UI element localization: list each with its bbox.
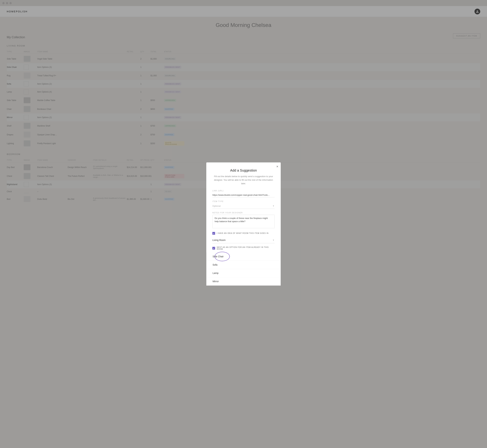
side-chair-item-wrap: Side Chair: [206, 252, 281, 261]
room-checkbox-label: I HAVE AN IDEA OF WHAT ROOM THIS ITEM GO…: [217, 232, 268, 234]
link-url-group: LINK (URL): [212, 190, 275, 197]
modal-subtitle: Fill out the details below to quickly se…: [212, 175, 275, 185]
notes-label: NOTES FOR YOUR DESIGNER: [212, 212, 275, 214]
item-type-select[interactable]: Optional Chair Sofa Table: [212, 203, 275, 208]
dropdown-item-lamp[interactable]: Lamp: [206, 269, 281, 277]
room-checkbox-row: I HAVE AN IDEA OF WHAT ROOM THIS ITEM GO…: [212, 232, 275, 235]
add-suggestion-modal: × Add a Suggestion Fill out the details …: [206, 162, 281, 285]
link-url-label: LINK (URL): [212, 190, 275, 192]
room-select-wrap: Living Room Bedroom Kitchen ▾: [212, 237, 275, 243]
modal-overlay: × Add a Suggestion Fill out the details …: [0, 0, 487, 448]
dropdown-item-side-chair[interactable]: Side Chair: [206, 252, 281, 261]
item-type-label: ITEM TYPE: [212, 200, 275, 202]
dropdown-item-sofa[interactable]: Sofa: [206, 261, 281, 269]
notes-group: NOTES FOR YOUR DESIGNER Do you think a c…: [212, 212, 275, 229]
room-select[interactable]: Living Room Bedroom Kitchen: [212, 237, 275, 243]
nest-dropdown-list: Side Chair Sofa Lamp Mirror: [206, 252, 281, 286]
modal-title: Add a Suggestion: [212, 168, 275, 172]
item-type-group: ITEM TYPE Optional Chair Sofa Table ▾: [212, 200, 275, 209]
item-type-select-wrap: Optional Chair Sofa Table ▾: [212, 203, 275, 209]
nest-checkbox-label: NEST AS AN OPTION FOR AN ITEM ALREADY IN…: [217, 246, 275, 250]
nest-checkbox[interactable]: [212, 247, 215, 249]
close-button[interactable]: ×: [276, 165, 278, 168]
dropdown-item-mirror[interactable]: Mirror: [206, 277, 281, 285]
notes-textarea[interactable]: Do you think a couple of these near the …: [212, 215, 275, 228]
link-url-input[interactable]: [212, 193, 275, 197]
nest-checkbox-row: NEST AS AN OPTION FOR AN ITEM ALREADY IN…: [212, 246, 275, 250]
room-checkbox[interactable]: [212, 232, 215, 235]
